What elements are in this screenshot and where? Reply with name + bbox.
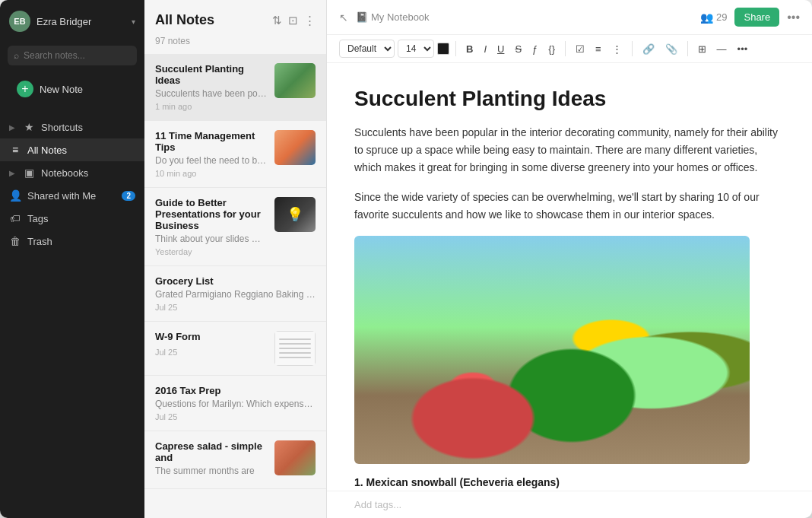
note-item-title: Grocery List xyxy=(155,275,316,287)
italic-button[interactable]: I xyxy=(480,41,490,57)
sidebar-item-notebooks[interactable]: ▶ ▣ Notebooks xyxy=(0,161,144,184)
collaborators-icon: 👥 xyxy=(700,11,713,24)
note-image xyxy=(354,236,750,464)
editor-pane: ↖ 📓 My Notebook 👥 29 Share ••• Default 1… xyxy=(327,0,812,518)
note-item-content: Succulent Planting Ideas Succulents have… xyxy=(155,63,267,111)
font-select[interactable]: Default xyxy=(339,40,395,58)
list-item[interactable]: Succulent Planting Ideas Succulents have… xyxy=(144,54,326,121)
sidebar-item-shortcuts[interactable]: ▶ ★ Shortcuts xyxy=(0,116,144,138)
sidebar-item-trash[interactable]: 🗑 Trash xyxy=(0,230,144,253)
collaborators: 👥 29 xyxy=(700,11,727,24)
ellipsis-button[interactable]: ••• xyxy=(734,41,752,57)
link-button[interactable]: 🔗 xyxy=(639,41,658,57)
toolbar-divider xyxy=(455,41,456,56)
note-thumbnail xyxy=(274,130,316,165)
note-item-title: Guide to Better Presentations for your B… xyxy=(155,197,267,231)
note-thumbnail xyxy=(274,440,316,475)
note-thumbnail xyxy=(274,63,316,98)
note-list-header: All Notes ⇅ ⊡ ⋮ xyxy=(144,0,326,36)
note-item-preview: Do you feel the need to be more organize… xyxy=(155,155,267,166)
bold-button[interactable]: B xyxy=(462,41,477,57)
note-item-date: 10 min ago xyxy=(155,169,267,178)
note-item-preview: Questions for Marilyn: Which expenses ca… xyxy=(155,399,316,409)
notebook-name: My Notebook xyxy=(371,11,430,23)
note-item-date: Jul 25 xyxy=(155,303,316,312)
list-item[interactable]: W-9 Form Jul 25 xyxy=(144,322,326,376)
user-profile[interactable]: EB Ezra Bridger ▾ xyxy=(0,0,144,43)
note-item-preview: Grated Parmigiano Reggiano Baking Soda C… xyxy=(155,289,316,300)
note-body-1: Succulents have been popular in the inte… xyxy=(354,124,785,176)
strikethrough-button[interactable]: S xyxy=(511,41,525,57)
editor-topbar: ↖ 📓 My Notebook 👥 29 Share ••• xyxy=(327,0,812,35)
attachment-button[interactable]: 📎 xyxy=(661,41,681,57)
checkbox-button[interactable]: ☑ xyxy=(572,41,588,57)
list-item[interactable]: 2016 Tax Prep Questions for Marilyn: Whi… xyxy=(144,376,326,431)
header-actions: ⇅ ⊡ ⋮ xyxy=(272,14,316,27)
note-count: 97 notes xyxy=(144,36,326,54)
new-note-button[interactable]: + New Note xyxy=(8,75,137,103)
code-button[interactable]: {} xyxy=(544,41,559,57)
note-item-content: Grocery List Grated Parmigiano Reggiano … xyxy=(155,275,316,312)
formula-button[interactable]: ƒ xyxy=(528,41,541,57)
tags-bar[interactable]: Add tags... xyxy=(327,491,812,518)
shortcuts-icon: ★ xyxy=(23,121,35,133)
share-button[interactable]: Share xyxy=(734,8,779,27)
new-note-label: New Note xyxy=(40,84,83,95)
user-name: Ezra Bridger xyxy=(36,16,125,27)
list-item[interactable]: 11 Time Management Tips Do you feel the … xyxy=(144,121,326,188)
search-input[interactable] xyxy=(24,50,138,61)
app-container: EB Ezra Bridger ▾ ⌕ + New Note ▶ ★ Short… xyxy=(0,0,812,518)
underline-button[interactable]: U xyxy=(493,41,508,57)
search-icon: ⌕ xyxy=(14,50,19,61)
sidebar-item-label: Tags xyxy=(27,213,48,224)
note-item-title: W-9 Form xyxy=(155,331,267,342)
more-icon[interactable]: ⋮ xyxy=(304,14,316,27)
numbered-list-button[interactable]: ⋮ xyxy=(608,41,626,57)
view-icon[interactable]: ⊡ xyxy=(288,14,298,27)
sort-icon[interactable]: ⇅ xyxy=(272,14,282,27)
more-options-button[interactable]: ••• xyxy=(787,11,800,24)
sidebar-item-tags[interactable]: 🏷 Tags xyxy=(0,207,144,230)
toolbar-divider xyxy=(632,41,633,56)
note-item-title: 2016 Tax Prep xyxy=(155,385,316,396)
note-item-title: 11 Time Management Tips xyxy=(155,130,267,153)
table-button[interactable]: ⊞ xyxy=(694,41,710,57)
editor-content[interactable]: Succulent Planting Ideas Succulents have… xyxy=(327,63,812,491)
note-item-title: Succulent Planting Ideas xyxy=(155,63,267,86)
sidebar-item-label: All Notes xyxy=(27,145,67,156)
bullet-list-button[interactable]: ≡ xyxy=(592,41,605,57)
list-item[interactable]: Guide to Better Presentations for your B… xyxy=(144,188,326,266)
note-items: Succulent Planting Ideas Succulents have… xyxy=(144,54,326,518)
sidebar-item-all-notes[interactable]: ≡ All Notes xyxy=(0,138,144,161)
minus-button[interactable]: — xyxy=(713,41,731,57)
note-thumbnail xyxy=(274,331,316,366)
sidebar-item-label: Shortcuts xyxy=(41,122,83,133)
plus-icon: + xyxy=(17,81,33,97)
list-item[interactable]: Caprese salad - simple and The summer mo… xyxy=(144,431,326,489)
note-list-panel: All Notes ⇅ ⊡ ⋮ 97 notes Succulent Plant… xyxy=(144,0,327,518)
list-item[interactable]: Grocery List Grated Parmigiano Reggiano … xyxy=(144,266,326,322)
sidebar: EB Ezra Bridger ▾ ⌕ + New Note ▶ ★ Short… xyxy=(0,0,144,518)
back-icon[interactable]: ↖ xyxy=(339,11,348,24)
search-bar[interactable]: ⌕ xyxy=(8,46,137,65)
tags-icon: 🏷 xyxy=(9,212,21,224)
font-size-select[interactable]: 14 xyxy=(398,40,434,58)
note-item-preview: Think about your slides when... xyxy=(155,234,267,244)
collaborator-count: 29 xyxy=(716,11,727,23)
note-item-date: Jul 25 xyxy=(155,412,316,421)
note-item-date: Yesterday xyxy=(155,247,267,256)
note-item-content: 2016 Tax Prep Questions for Marilyn: Whi… xyxy=(155,385,316,421)
note-item-content: Guide to Better Presentations for your B… xyxy=(155,197,267,256)
sidebar-item-shared[interactable]: 👤 Shared with Me 2 xyxy=(0,184,144,207)
note-item-preview: Succulents have been popular in the inte… xyxy=(155,88,267,99)
text-color-swatch[interactable] xyxy=(437,43,449,55)
note-thumbnail xyxy=(274,197,316,232)
sidebar-item-label: Trash xyxy=(27,236,52,247)
avatar: EB xyxy=(9,11,30,32)
shared-badge: 2 xyxy=(122,191,135,201)
topbar-right: 👥 29 Share ••• xyxy=(700,8,800,27)
notebook-label: 📓 My Notebook xyxy=(356,11,430,23)
sidebar-item-label: Shared with Me xyxy=(27,190,96,202)
chevron-down-icon: ▾ xyxy=(132,17,135,26)
note-body-2: Since the wide variety of species can be… xyxy=(354,189,785,224)
